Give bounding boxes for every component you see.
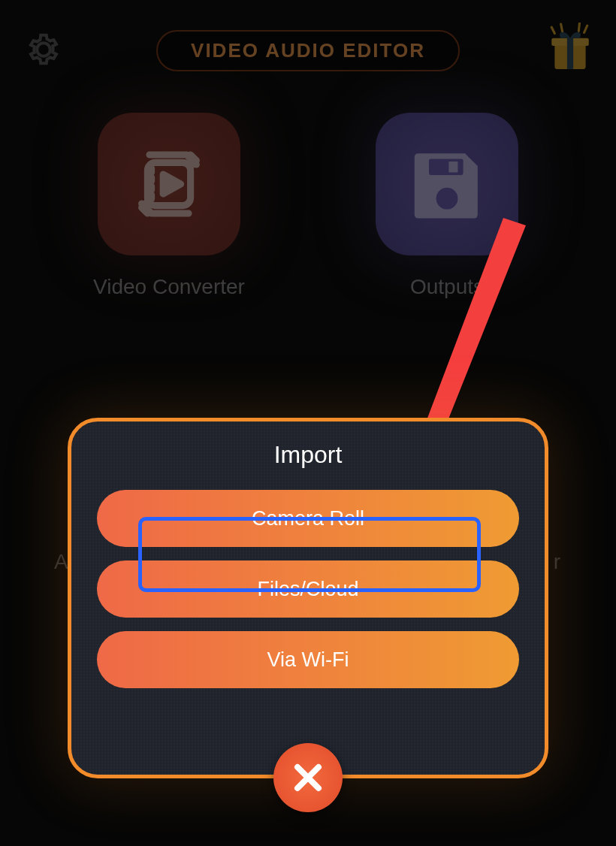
tile-label-outputs: Outputs: [410, 275, 484, 299]
tile-label-video-converter: Video Converter: [93, 275, 245, 299]
import-sheet: Import Camera Roll Files/Cloud Via Wi-Fi: [68, 418, 548, 778]
import-option-files-cloud[interactable]: Files/Cloud: [97, 560, 519, 618]
app-header: VIDEO AUDIO EDITOR: [0, 0, 616, 83]
gear-icon: [21, 27, 66, 72]
app-title: VIDEO AUDIO EDITOR: [156, 30, 460, 71]
import-title: Import: [97, 441, 519, 469]
svg-rect-2: [567, 38, 573, 69]
svg-rect-5: [429, 159, 464, 175]
gift-button[interactable]: [545, 23, 595, 72]
obscured-text-right: r: [554, 550, 560, 574]
close-button[interactable]: [273, 743, 343, 812]
import-option-camera-roll[interactable]: Camera Roll: [97, 490, 519, 547]
svg-point-7: [436, 188, 458, 210]
close-icon: [290, 760, 326, 796]
import-option-via-wifi[interactable]: Via Wi-Fi: [97, 631, 519, 688]
save-disk-icon: [376, 113, 518, 255]
svg-rect-6: [448, 162, 457, 172]
settings-button[interactable]: [21, 27, 66, 72]
obscured-text-left: A: [54, 550, 68, 574]
video-convert-icon: [98, 113, 240, 255]
gift-icon: [545, 23, 595, 72]
tile-video-converter[interactable]: Video Converter: [49, 113, 289, 299]
tile-outputs[interactable]: Outputs: [327, 113, 567, 299]
home-tiles: Video Converter Outputs: [0, 113, 616, 299]
